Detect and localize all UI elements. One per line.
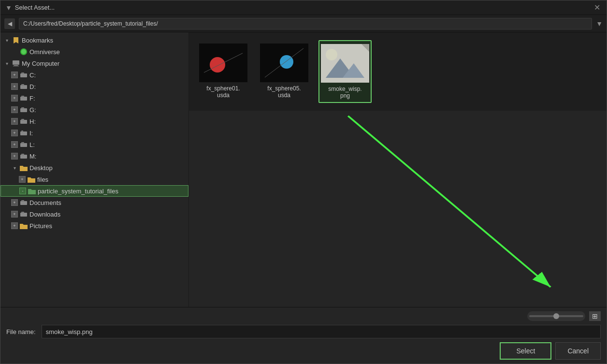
sidebar-item-files[interactable]: + files xyxy=(0,174,188,185)
file-item-fx01[interactable]: fx_sphere01.usda xyxy=(197,40,250,103)
grid-view-button[interactable]: ⊞ xyxy=(589,311,601,321)
svg-rect-10 xyxy=(21,107,24,109)
select-asset-dialog: ▼ Select Asset... ✕ ◀ ▼ ▾ Bookmarks xyxy=(0,0,607,364)
expand-drive-m[interactable]: + xyxy=(11,153,18,160)
action-buttons-row: Select Cancel xyxy=(6,342,601,360)
bottom-bar: ⊞ File name: Select Cancel xyxy=(0,307,607,364)
expand-bookmarks[interactable]: ▾ xyxy=(3,37,10,44)
sidebar-label-l: L: xyxy=(29,141,35,148)
particle-tutorial-folder-icon xyxy=(28,187,36,195)
file-item-fx05[interactable]: fx_sphere05.usda xyxy=(258,40,311,103)
path-input[interactable] xyxy=(19,18,592,29)
filename-row: File name: xyxy=(6,325,601,338)
drive-l-icon xyxy=(19,140,28,149)
expand-drive-h[interactable]: + xyxy=(11,118,18,125)
path-dropdown-icon[interactable]: ▼ xyxy=(596,20,603,28)
drive-g-icon xyxy=(19,105,28,114)
zoom-slider[interactable] xyxy=(527,311,585,321)
expand-omniverse xyxy=(11,48,18,55)
sidebar-item-particle-tutorial[interactable]: - particle_system_tutorial_files xyxy=(0,185,188,197)
drive-d-icon xyxy=(19,82,28,91)
svg-rect-20 xyxy=(21,200,24,202)
close-button[interactable]: ✕ xyxy=(592,3,602,13)
expand-documents[interactable]: + xyxy=(11,199,18,206)
sidebar-label-d: D: xyxy=(29,83,36,90)
file-item-smoke[interactable]: smoke_wisp.png xyxy=(318,40,372,103)
svg-rect-15 xyxy=(20,143,27,147)
sidebar-item-drive-f[interactable]: + F: xyxy=(0,92,188,104)
expand-drive-d[interactable]: + xyxy=(11,83,18,90)
expand-drive-l[interactable]: + xyxy=(11,141,18,148)
expand-drive-c[interactable]: + xyxy=(11,72,18,78)
sidebar-label-f: F: xyxy=(29,95,35,102)
view-controls-row: ⊞ xyxy=(6,311,601,321)
expand-drive-g[interactable]: + xyxy=(11,106,18,113)
sidebar-label-downloads: Downloads xyxy=(29,211,60,218)
sidebar-item-drive-i[interactable]: + I: xyxy=(0,127,188,139)
pictures-icon xyxy=(19,221,28,230)
address-bar: ◀ ▼ xyxy=(0,15,607,32)
filename-label: File name: xyxy=(6,328,36,335)
sidebar-label-desktop: Desktop xyxy=(29,164,53,172)
svg-point-24 xyxy=(210,57,225,73)
main-content: ▾ Bookmarks Omniverse ▾ My xyxy=(0,32,607,307)
expand-pictures[interactable]: + xyxy=(11,222,18,229)
svg-rect-6 xyxy=(21,84,24,86)
svg-line-36 xyxy=(348,116,550,287)
sidebar-item-documents[interactable]: + Documents xyxy=(0,197,188,208)
slider-thumb xyxy=(553,313,559,319)
sidebar-item-drive-g[interactable]: + G: xyxy=(0,104,188,116)
svg-rect-17 xyxy=(20,155,27,159)
sidebar-label-omniverse: Omniverse xyxy=(29,48,60,56)
sidebar-label-documents: Documents xyxy=(29,199,61,206)
file-grid: fx_sphere01.usda fx_sphere05.usda xyxy=(197,40,599,103)
file-area: fx_sphere01.usda fx_sphere05.usda xyxy=(189,32,607,111)
svg-point-34 xyxy=(326,49,337,60)
drive-m-icon xyxy=(19,152,28,160)
sidebar-label-files: files xyxy=(37,176,48,183)
sidebar-item-downloads[interactable]: + Downloads xyxy=(0,208,188,220)
expand-drive-f[interactable]: + xyxy=(11,95,18,102)
app-icon: ▼ xyxy=(5,4,12,12)
sidebar-item-bookmarks[interactable]: ▾ Bookmarks xyxy=(0,34,188,46)
file-thumb-smoke xyxy=(321,44,369,83)
sidebar: ▾ Bookmarks Omniverse ▾ My xyxy=(0,32,189,307)
sidebar-item-my-computer[interactable]: ▾ My Computer xyxy=(0,58,188,69)
expand-downloads[interactable]: + xyxy=(11,211,18,218)
sidebar-label-c: C: xyxy=(29,72,36,79)
sidebar-item-drive-m[interactable]: + M: xyxy=(0,150,188,162)
drive-c-icon xyxy=(19,71,28,79)
svg-point-27 xyxy=(280,55,293,69)
sidebar-item-drive-l[interactable]: + L: xyxy=(0,139,188,150)
omniverse-icon xyxy=(19,47,28,56)
sidebar-label-m: M: xyxy=(29,153,36,160)
file-area-wrapper: fx_sphere01.usda fx_sphere05.usda xyxy=(189,32,607,307)
sidebar-item-drive-h[interactable]: + H: xyxy=(0,116,188,127)
expand-particle-tutorial[interactable]: - xyxy=(19,188,26,194)
expand-desktop[interactable]: ▾ xyxy=(11,164,18,171)
back-button[interactable]: ◀ xyxy=(4,18,15,29)
svg-rect-21 xyxy=(20,213,27,217)
sidebar-item-drive-c[interactable]: + C: xyxy=(0,69,188,81)
sidebar-label-i: I: xyxy=(29,130,33,137)
sidebar-label-pictures: Pictures xyxy=(29,222,52,230)
sidebar-item-desktop[interactable]: ▾ Desktop xyxy=(0,162,188,174)
dialog-title: Select Asset... xyxy=(15,4,55,11)
sidebar-item-omniverse[interactable]: Omniverse xyxy=(0,46,188,58)
sidebar-label-bookmarks: Bookmarks xyxy=(22,37,53,44)
cancel-button[interactable]: Cancel xyxy=(555,342,601,360)
select-button[interactable]: Select xyxy=(500,342,551,360)
file-label-fx05: fx_sphere05.usda xyxy=(267,85,301,99)
sidebar-label-particle-tutorial: particle_system_tutorial_files xyxy=(38,188,118,195)
expand-files[interactable]: + xyxy=(19,176,26,183)
file-label-smoke: smoke_wisp.png xyxy=(328,86,361,99)
expand-drive-i[interactable]: + xyxy=(11,130,18,136)
sidebar-label-g: G: xyxy=(29,106,36,114)
expand-my-computer[interactable]: ▾ xyxy=(3,60,10,67)
svg-rect-7 xyxy=(20,97,27,101)
svg-rect-4 xyxy=(21,73,24,74)
sidebar-item-drive-d[interactable]: + D: xyxy=(0,81,188,92)
sidebar-item-pictures[interactable]: + Pictures xyxy=(0,220,188,232)
filename-input[interactable] xyxy=(42,325,601,338)
desktop-folder-icon xyxy=(19,163,28,172)
